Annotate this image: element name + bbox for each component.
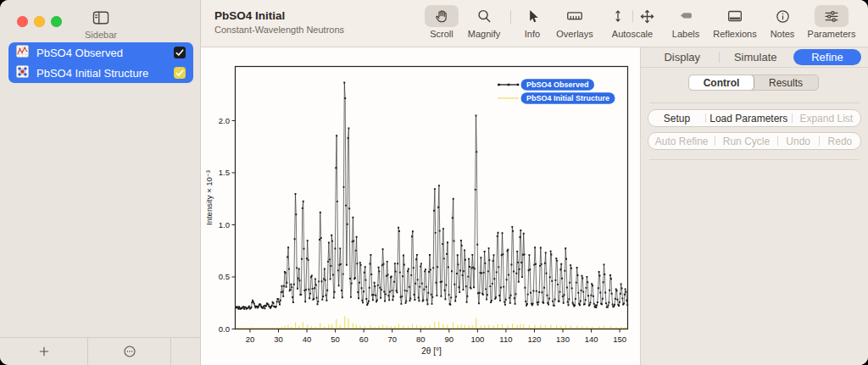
svg-text:100: 100 bbox=[470, 335, 484, 344]
autoscale-full-button[interactable] bbox=[635, 5, 660, 27]
toolbar-separator bbox=[632, 10, 633, 22]
tool-label: Notes bbox=[771, 29, 795, 39]
refine-setup-row: Setup Load Parameters Expand List bbox=[648, 109, 861, 127]
magnifier-icon bbox=[476, 8, 493, 25]
svg-text:1.5: 1.5 bbox=[219, 168, 230, 177]
notes-button[interactable]: Notes bbox=[764, 3, 801, 39]
document-title: PbSO4 Initial bbox=[214, 9, 344, 22]
toolbar-separator bbox=[510, 10, 511, 24]
labels-button[interactable]: Labels bbox=[665, 3, 706, 39]
magnify-tool-button[interactable]: Magnify bbox=[462, 3, 506, 39]
segment-results[interactable]: Results bbox=[754, 75, 818, 90]
svg-text:90: 90 bbox=[445, 335, 454, 344]
sidebar-toggle-button[interactable]: Sidebar bbox=[81, 10, 120, 40]
app-window: Sidebar PbSO4 Observed bbox=[0, 0, 868, 365]
info-circle-icon bbox=[774, 8, 792, 25]
inspector-tabs: Display Simulate Refine bbox=[641, 47, 868, 68]
svg-text:150: 150 bbox=[613, 335, 626, 344]
window-controls bbox=[17, 16, 62, 27]
info-tool-button[interactable]: Info bbox=[515, 3, 549, 39]
setup-button[interactable]: Setup bbox=[648, 113, 705, 124]
move-arrows-icon bbox=[638, 8, 656, 25]
control-results-segmented: Control Results bbox=[688, 75, 819, 91]
refine-run-row: Auto Refine Run Cycle Undo Redo bbox=[648, 132, 861, 150]
svg-text:120: 120 bbox=[528, 335, 542, 344]
svg-text:PbSO4 Initial Structure: PbSO4 Initial Structure bbox=[526, 94, 609, 102]
svg-text:40: 40 bbox=[303, 335, 312, 344]
plus-icon bbox=[37, 345, 51, 358]
svg-text:2.0: 2.0 bbox=[219, 116, 230, 125]
svg-text:PbSO4 Observed: PbSO4 Observed bbox=[526, 80, 589, 89]
redo-button[interactable]: Redo bbox=[820, 135, 860, 147]
scroll-tool-button[interactable]: Scroll bbox=[422, 3, 461, 39]
tab-simulate[interactable]: Simulate bbox=[720, 51, 793, 64]
svg-text:Intensity × 10⁻³: Intensity × 10⁻³ bbox=[204, 170, 214, 225]
ruler-icon bbox=[565, 7, 584, 25]
tool-label: Labels bbox=[672, 29, 699, 39]
svg-text:1.0: 1.0 bbox=[219, 220, 230, 230]
plot-area[interactable]: 20304050607080901001101201301401500.00.5… bbox=[201, 47, 640, 365]
sliders-icon bbox=[822, 7, 841, 25]
run-cycle-button[interactable]: Run Cycle bbox=[715, 135, 776, 147]
auto-refine-button[interactable]: Auto Refine bbox=[648, 135, 715, 147]
close-window-button[interactable] bbox=[17, 16, 28, 27]
svg-text:70: 70 bbox=[387, 335, 397, 344]
list-item-label: PbSO4 Initial Structure bbox=[36, 67, 174, 80]
initial-structure-visibility-checkbox[interactable] bbox=[174, 67, 186, 79]
more-options-button[interactable] bbox=[88, 338, 171, 365]
tag-icon bbox=[676, 7, 695, 25]
svg-text:0.5: 0.5 bbox=[219, 272, 230, 281]
svg-text:2θ [°]: 2θ [°] bbox=[421, 346, 442, 356]
tool-label: Parameters bbox=[808, 29, 856, 39]
hand-icon bbox=[433, 8, 451, 25]
document-list: PbSO4 Observed PbSO4 Initial Structure bbox=[8, 42, 193, 83]
segment-control[interactable]: Control bbox=[689, 75, 754, 90]
expand-list-button[interactable]: Expand List bbox=[793, 113, 860, 124]
divider bbox=[649, 102, 860, 103]
divider bbox=[649, 159, 860, 160]
svg-text:60: 60 bbox=[359, 335, 369, 344]
svg-text:50: 50 bbox=[331, 335, 340, 344]
list-item-initial-structure[interactable]: PbSO4 Initial Structure bbox=[8, 63, 193, 83]
tab-refine[interactable]: Refine bbox=[793, 49, 861, 65]
vertical-resize-icon bbox=[609, 8, 626, 25]
list-item-label: PbSO4 Observed bbox=[36, 47, 174, 59]
sidebar-footer bbox=[0, 337, 201, 365]
svg-text:110: 110 bbox=[499, 335, 512, 344]
tool-label: Overlays bbox=[556, 29, 593, 39]
svg-text:80: 80 bbox=[416, 335, 426, 344]
autoscale-vertical-button[interactable] bbox=[605, 5, 631, 27]
autoscale-buttons: Autoscale bbox=[600, 3, 665, 39]
diffraction-chart: 20304050607080901001101201301401500.00.5… bbox=[201, 47, 640, 365]
tool-label: Autoscale bbox=[612, 29, 653, 39]
tab-display[interactable]: Display bbox=[646, 51, 719, 64]
sidebar: Sidebar PbSO4 Observed bbox=[0, 0, 201, 365]
add-item-button[interactable] bbox=[0, 338, 88, 365]
checkmark-icon bbox=[175, 69, 184, 77]
panel-bottom-icon bbox=[726, 7, 744, 25]
overlays-button[interactable]: Overlays bbox=[550, 3, 599, 39]
pattern-chart-icon bbox=[16, 45, 29, 61]
toolbar: PbSO4 Initial Constant-Wavelength Neutro… bbox=[201, 0, 868, 47]
tool-label: Magnify bbox=[468, 29, 501, 39]
zoom-window-button[interactable] bbox=[51, 16, 62, 27]
svg-text:140: 140 bbox=[585, 335, 598, 344]
tool-label: Scroll bbox=[430, 29, 453, 39]
svg-text:20: 20 bbox=[246, 335, 255, 344]
ellipsis-circle-icon bbox=[122, 344, 137, 359]
undo-button[interactable]: Undo bbox=[778, 135, 819, 147]
cursor-arrow-icon bbox=[524, 8, 542, 25]
load-parameters-button[interactable]: Load Parameters bbox=[706, 113, 792, 124]
tool-label: Reflexions bbox=[713, 29, 756, 39]
sidebar-toggle-icon bbox=[92, 14, 110, 28]
inspector-panel: Display Simulate Refine Control Results … bbox=[640, 47, 868, 365]
reflexions-button[interactable]: Reflexions bbox=[707, 3, 763, 39]
svg-text:0.0: 0.0 bbox=[219, 324, 230, 334]
tool-label: Info bbox=[525, 29, 540, 39]
svg-text:130: 130 bbox=[556, 335, 570, 344]
list-item-observed[interactable]: PbSO4 Observed bbox=[8, 42, 193, 63]
minimize-window-button[interactable] bbox=[34, 16, 45, 27]
parameters-button[interactable]: Parameters bbox=[802, 3, 861, 39]
checkmark-icon bbox=[175, 49, 184, 57]
observed-visibility-checkbox[interactable] bbox=[174, 47, 186, 58]
